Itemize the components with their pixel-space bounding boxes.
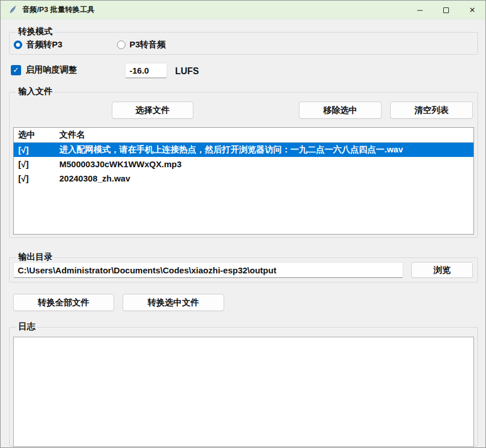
row-filename: 进入配网模式，请在手机上连接热点，然后打开浏览器访问：一九二点一六八点四点一.w… <box>58 144 473 155</box>
maximize-icon <box>443 7 449 13</box>
radio-unselected-icon <box>117 41 125 49</box>
loudness-checkbox[interactable]: ✓ <box>11 65 21 75</box>
loudness-checkbox-label: 启用响度调整 <box>26 64 77 75</box>
log-frame-label: 日志 <box>17 321 37 332</box>
table-row[interactable]: [√] 进入配网模式，请在手机上连接热点，然后打开浏览器访问：一九二点一六八点四… <box>14 143 473 157</box>
minimize-button[interactable]: ─ <box>407 1 433 19</box>
select-files-button-label: 选择文件 <box>136 105 170 116</box>
app-window: 音频/P3 批量转换工具 ─ ✕ 转换模式 音频转P3 P3转音频 ✓ <box>0 0 486 448</box>
radio-selected-icon <box>14 41 22 49</box>
close-button[interactable]: ✕ <box>459 1 485 19</box>
close-icon: ✕ <box>469 6 476 14</box>
feather-app-icon <box>8 5 17 14</box>
radio-audio-to-p3[interactable]: 音频转P3 <box>14 39 62 50</box>
maximize-button[interactable] <box>433 1 459 19</box>
row-checked-mark: [√] <box>14 173 58 183</box>
file-table: 选中 文件名 [√] 进入配网模式，请在手机上连接热点，然后打开浏览器访问：一九… <box>13 127 474 235</box>
row-filename: M500003J0cWK1WWxQX.mp3 <box>58 159 473 169</box>
lufs-unit-label: LUFS <box>175 66 199 76</box>
table-row[interactable]: [√] M500003J0cWK1WWxQX.mp3 <box>14 157 473 171</box>
convert-all-button[interactable]: 转换全部文件 <box>13 294 114 311</box>
file-table-header[interactable]: 选中 文件名 <box>14 128 473 143</box>
row-checked-mark: [√] <box>14 159 58 169</box>
title-bar: 音频/P3 批量转换工具 ─ ✕ <box>1 1 485 19</box>
convert-selected-button-label: 转换选中文件 <box>148 297 199 308</box>
mode-frame-label: 转换模式 <box>17 26 54 37</box>
clear-list-button-label: 清空列表 <box>415 105 449 116</box>
browse-button-label: 浏览 <box>434 265 451 276</box>
log-textarea[interactable] <box>13 337 474 447</box>
window-title: 音频/P3 批量转换工具 <box>22 5 95 15</box>
row-filename: 20240308_zh.wav <box>58 173 473 183</box>
lufs-input[interactable] <box>125 63 167 78</box>
minimize-icon: ─ <box>417 6 422 14</box>
loudness-row: ✓ 启用响度调整 <box>11 64 77 75</box>
remove-selected-button[interactable]: 移除选中 <box>299 102 382 119</box>
input-files-frame-label: 输入文件 <box>17 86 54 97</box>
browse-button[interactable]: 浏览 <box>411 262 473 278</box>
output-dir-frame-label: 输出目录 <box>17 252 54 263</box>
clear-list-button[interactable]: 清空列表 <box>390 102 473 119</box>
header-filename[interactable]: 文件名 <box>58 130 473 140</box>
convert-selected-button[interactable]: 转换选中文件 <box>123 294 224 311</box>
select-files-button[interactable]: 选择文件 <box>112 102 193 119</box>
mode-frame: 转换模式 音频转P3 P3转音频 <box>9 32 478 55</box>
row-checked-mark: [√] <box>14 145 58 155</box>
table-row[interactable]: [√] 20240308_zh.wav <box>14 171 473 185</box>
radio-p3-to-audio-label: P3转音频 <box>129 39 165 50</box>
remove-selected-button-label: 移除选中 <box>323 105 358 116</box>
radio-audio-to-p3-label: 音频转P3 <box>26 39 62 50</box>
convert-all-button-label: 转换全部文件 <box>38 297 90 308</box>
output-dir-input[interactable] <box>13 262 403 278</box>
check-icon: ✓ <box>13 66 19 74</box>
radio-p3-to-audio[interactable]: P3转音频 <box>117 39 165 50</box>
header-checked[interactable]: 选中 <box>14 130 58 140</box>
